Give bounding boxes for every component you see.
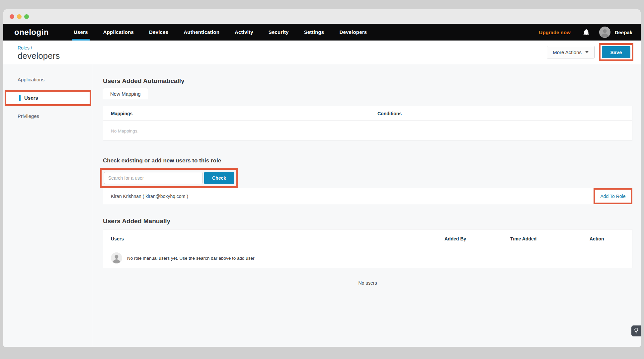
auto-section-heading: Users Added Automatically — [103, 77, 632, 85]
main-panel: Users Added Automatically New Mapping Ma… — [92, 64, 641, 346]
upgrade-now-link[interactable]: Upgrade now — [539, 30, 571, 35]
chevron-down-icon — [585, 51, 589, 53]
top-navbar: onelogin Users Applications Devices Auth… — [3, 24, 641, 41]
time-added-column-header: Time Added — [510, 236, 590, 241]
sidebar-item-privileges[interactable]: Privileges — [3, 109, 92, 124]
search-result-row: Kiran Krishnan ( kiran@boxyhq.com ) — [103, 188, 593, 204]
conditions-column-header: Conditions — [377, 111, 632, 116]
mappings-column-header: Mappings — [111, 111, 377, 116]
users-annotation-box: Users — [5, 90, 91, 106]
search-result-row-wrap: Kiran Krishnan ( kiran@boxyhq.com ) Add … — [103, 188, 632, 204]
no-mappings-text: No Mappings. — [103, 121, 632, 140]
added-by-column-header: Added By — [444, 236, 510, 241]
action-column-header: Action — [590, 236, 632, 241]
nav-tab-developers[interactable]: Developers — [332, 24, 374, 41]
avatar-icon[interactable] — [599, 27, 610, 38]
search-user-input[interactable] — [104, 172, 202, 184]
minimize-icon[interactable] — [17, 14, 22, 19]
save-annotation-box: Save — [599, 43, 633, 61]
bell-icon[interactable] — [583, 29, 590, 36]
sidebar-item-applications[interactable]: Applications — [3, 72, 92, 87]
manual-users-table: Users Added By Time Added Action No role… — [103, 229, 632, 268]
lightbulb-helper-button[interactable] — [631, 325, 641, 336]
zoom-icon[interactable] — [24, 14, 29, 19]
new-mapping-button[interactable]: New Mapping — [103, 88, 148, 99]
save-button[interactable]: Save — [602, 46, 630, 58]
page-header: Roles / developers More Actions Save — [3, 41, 641, 64]
nav-tabs: Users Applications Devices Authenticatio… — [66, 24, 374, 41]
sidebar-item-users-label: Users — [24, 92, 38, 104]
active-indicator-bar — [19, 95, 21, 101]
add-to-role-link[interactable]: Add To Role — [600, 194, 625, 199]
users-column-header: Users — [111, 236, 444, 241]
app-window: onelogin Users Applications Devices Auth… — [3, 9, 641, 347]
nav-tab-users[interactable]: Users — [66, 24, 96, 41]
lightbulb-icon — [634, 328, 638, 334]
header-actions: More Actions Save — [547, 43, 633, 61]
mappings-table: Mappings Conditions No Mappings. — [103, 106, 632, 141]
nav-tab-authentication[interactable]: Authentication — [176, 24, 227, 41]
no-users-text: No users — [103, 280, 632, 286]
manual-users-table-header: Users Added By Time Added Action — [103, 229, 632, 248]
user-name[interactable]: Deepak — [615, 30, 632, 35]
check-section-heading: Check existing or add new users to this … — [103, 157, 632, 164]
no-manual-users-text: No role manual users yet. Use the search… — [127, 256, 254, 261]
check-button[interactable]: Check — [204, 172, 234, 184]
manual-section-heading: Users Added Manually — [103, 218, 632, 225]
nav-tab-applications[interactable]: Applications — [96, 24, 141, 41]
nav-tab-security[interactable]: Security — [261, 24, 296, 41]
more-actions-label: More Actions — [553, 49, 582, 55]
search-annotation-box: Check — [100, 168, 238, 188]
mappings-table-header: Mappings Conditions — [103, 106, 632, 121]
page-title: developers — [18, 51, 60, 60]
window-titlebar — [3, 9, 641, 24]
breadcrumb[interactable]: Roles / — [18, 45, 60, 50]
onelogin-logo: onelogin — [14, 28, 49, 37]
breadcrumb-block: Roles / developers — [18, 45, 60, 60]
nav-tab-settings[interactable]: Settings — [296, 24, 332, 41]
nav-tab-devices[interactable]: Devices — [141, 24, 176, 41]
sidebar-item-users[interactable]: Users — [6, 92, 90, 104]
role-sidebar: Applications Users Privileges — [3, 64, 92, 346]
result-user-text: Kiran Krishnan ( kiran@boxyhq.com ) — [111, 194, 188, 199]
content-area: Applications Users Privileges Users Adde… — [3, 64, 641, 346]
user-placeholder-avatar-icon — [111, 252, 122, 264]
manual-users-empty-row: No role manual users yet. Use the search… — [103, 248, 632, 268]
add-to-role-annotation-box: Add To Role — [594, 188, 632, 204]
navbar-right: Upgrade now Deepak — [539, 27, 632, 38]
more-actions-button[interactable]: More Actions — [547, 46, 595, 58]
nav-tab-activity[interactable]: Activity — [227, 24, 261, 41]
close-icon[interactable] — [10, 14, 14, 19]
